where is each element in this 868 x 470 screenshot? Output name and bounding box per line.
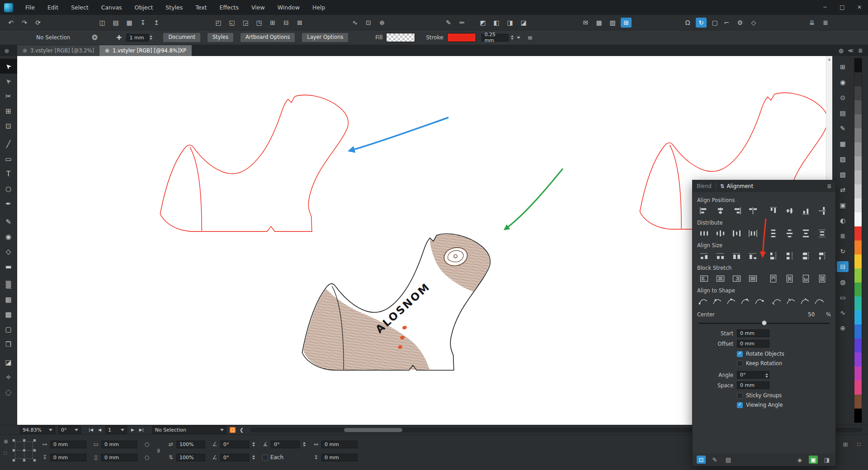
stretch-top-button[interactable]	[766, 273, 780, 284]
keep-rotation-option[interactable]: Keep Rotation	[737, 360, 831, 367]
page-mode-icon[interactable]: ▤	[724, 456, 733, 464]
place-icon[interactable]: ↧	[137, 18, 148, 28]
distribute-bottom-button[interactable]	[799, 228, 813, 239]
color-swatch[interactable]	[854, 367, 862, 381]
offset-y-input[interactable]: 0 mm	[321, 454, 358, 461]
color-swatch[interactable]	[854, 198, 862, 212]
space-input[interactable]: 0 mm	[737, 381, 769, 389]
minimize-button[interactable]: ─	[816, 0, 834, 15]
color-swatch[interactable]	[854, 254, 862, 268]
red-outline-shape-left[interactable]	[160, 95, 348, 231]
color-swatch[interactable]	[854, 409, 862, 423]
link-dimensions-icon[interactable]: ∞	[156, 448, 162, 453]
vector-edit-icon[interactable]: ✏	[457, 18, 467, 28]
anchor-point[interactable]	[23, 439, 26, 442]
menu-styles[interactable]: Styles	[159, 0, 189, 15]
subtract-boolean-icon[interactable]: ◱	[226, 18, 237, 28]
move-tool[interactable]: ➤	[0, 59, 17, 74]
effects-panel-icon[interactable]: ▧	[837, 169, 849, 180]
nudge-stepper[interactable]	[149, 34, 153, 42]
polygon-tool[interactable]: ◇	[0, 244, 17, 259]
candidates-icon[interactable]: ⌐	[721, 18, 732, 28]
canvas-grid-icon[interactable]: ⊞	[841, 440, 850, 448]
transparency-panel-icon[interactable]: ◐	[837, 215, 849, 226]
align-right-button[interactable]	[730, 205, 744, 216]
document-tab-2[interactable]: ⊗ 1.vstyler [RGB] [@94.8%]XP	[99, 45, 192, 56]
page-dropdown[interactable]: 1	[105, 426, 127, 434]
next-page-button[interactable]: ▶	[130, 428, 135, 432]
rotation-input[interactable]: 0°	[271, 441, 300, 448]
selection-dropdown[interactable]: No Selection	[152, 426, 226, 434]
viewing-angle-checkbox[interactable]	[737, 402, 743, 408]
x-position-input[interactable]: 0 mm	[50, 441, 86, 448]
panel-menu-icon[interactable]: ≣	[827, 183, 831, 189]
node-mode-icon[interactable]: ✎	[710, 456, 719, 464]
sheet-icon[interactable]: ▤	[110, 18, 121, 28]
height-input[interactable]: 0 mm	[101, 454, 137, 461]
menu-help[interactable]: Help	[306, 0, 332, 15]
pen-tool[interactable]: ✒	[0, 196, 17, 211]
stretch-right-button[interactable]	[730, 273, 744, 284]
stroke-swatch[interactable]	[447, 33, 476, 42]
color-swatch[interactable]	[854, 128, 862, 142]
nudge-distance-input[interactable]: 1 mm	[126, 34, 149, 42]
roller-tool[interactable]: ▬	[0, 259, 17, 274]
outline-boolean-icon[interactable]: ⊠	[294, 18, 305, 28]
each-option[interactable]: Each	[262, 453, 307, 462]
stroke-width-input[interactable]: 0.25 mm	[481, 34, 509, 42]
transform-origin-icon[interactable]: ◇	[748, 18, 759, 28]
align-width-average-button[interactable]	[713, 250, 727, 262]
crop-icon[interactable]: ⊡	[363, 18, 374, 28]
menu-canvas[interactable]: Canvas	[95, 0, 128, 15]
magnet-snap-icon[interactable]: Ω	[682, 18, 693, 28]
skew-h-stepper[interactable]	[251, 441, 256, 448]
align-width-max-button[interactable]	[730, 250, 744, 262]
document-button[interactable]: Document	[163, 33, 200, 42]
fill-mode-icon[interactable]: ▣	[809, 456, 818, 464]
gradient-tool[interactable]: ▒	[0, 277, 17, 292]
target-panel-icon[interactable]: ⊕	[837, 323, 849, 334]
styles-button[interactable]: Styles	[208, 33, 233, 42]
knife-tool[interactable]: ✂	[0, 89, 17, 103]
text-tool[interactable]: T	[0, 166, 17, 181]
collapse-bar-icon[interactable]: ❮	[239, 427, 245, 433]
distribute-space-h-button[interactable]	[746, 228, 760, 239]
add-boolean-icon[interactable]: ◰	[213, 18, 224, 28]
align-height-first-button[interactable]	[766, 250, 780, 262]
stretch-justify-h-button[interactable]	[746, 273, 760, 284]
document-tab-1[interactable]: ⊗ 3.vstyler [RGB] [@3.2%]	[17, 45, 99, 56]
color-swatch[interactable]	[854, 338, 862, 352]
pixel-grid-icon[interactable]: ▦	[594, 18, 604, 28]
align-center-h-button[interactable]	[713, 205, 727, 216]
picker-panel-icon[interactable]: ◉	[837, 77, 849, 88]
first-page-button[interactable]: |◀	[88, 428, 94, 432]
distribute-right-button[interactable]	[730, 228, 744, 239]
marquee-tool[interactable]: ⊡	[0, 118, 17, 133]
color-swatch[interactable]	[854, 310, 862, 324]
shape-library-tool[interactable]: ❒	[0, 337, 17, 352]
distribute-space-v-button[interactable]	[815, 228, 829, 239]
shape-point-start-button[interactable]	[697, 296, 709, 307]
trim-boolean-icon[interactable]: ⊟	[281, 18, 292, 28]
rectangle-tool[interactable]: ▭	[0, 151, 17, 166]
layers-panel-icon[interactable]: ▤	[837, 108, 849, 118]
distribute-left-button[interactable]	[697, 228, 711, 239]
anchor-point[interactable]	[23, 449, 26, 452]
color-swatch[interactable]	[854, 58, 862, 72]
align-height-average-button[interactable]	[783, 250, 797, 262]
skew-h-input[interactable]: 0°	[220, 441, 249, 448]
distribute-center-h-button[interactable]	[713, 228, 727, 239]
dock-options-icon[interactable]: ◍	[839, 47, 843, 54]
curves-panel-icon[interactable]: ∿	[837, 307, 849, 318]
align-width-first-button[interactable]	[697, 250, 711, 262]
color-swatch[interactable]	[854, 212, 862, 226]
anchor-selector[interactable]	[14, 440, 34, 460]
stretch-middle-button[interactable]	[783, 273, 797, 284]
dock-menu-icon[interactable]: ≣	[858, 47, 863, 54]
mesh-tool[interactable]: ▦	[0, 292, 17, 307]
cells-panel-icon[interactable]: ⊞	[837, 61, 849, 72]
note-edit-icon[interactable]: ✎	[443, 18, 454, 28]
keep-rotation-checkbox[interactable]	[737, 361, 743, 367]
export-device-icon[interactable]: ⇊	[807, 18, 817, 28]
align-bottom-button[interactable]	[799, 205, 813, 216]
